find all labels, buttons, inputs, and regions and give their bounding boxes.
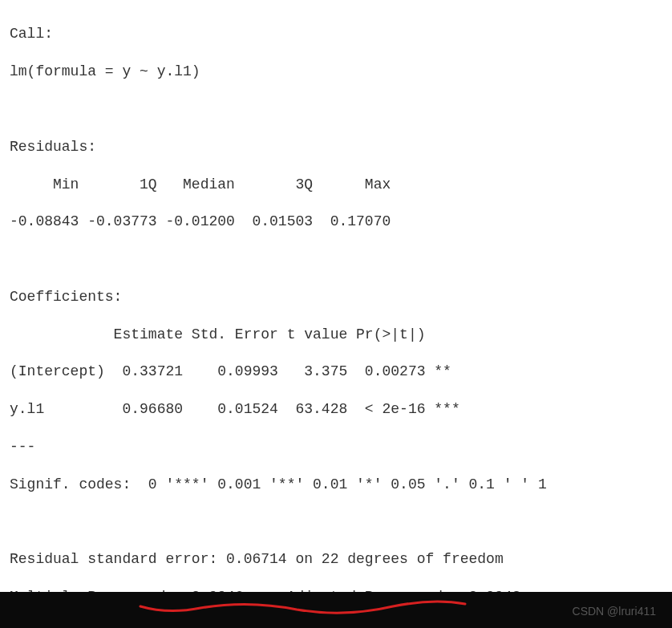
residuals-headers: Min 1Q Median 3Q Max — [10, 176, 662, 194]
blank-line — [10, 250, 662, 269]
residual-std-error: Residual standard error: 0.06714 on 22 d… — [10, 550, 662, 569]
call-formula: lm(formula = y ~ y.l1) — [10, 63, 662, 81]
coefficients-yl1-row: y.l1 0.96680 0.01524 63.428 < 2e-16 *** — [10, 400, 662, 419]
blank-line — [10, 100, 662, 119]
call-label: Call: — [10, 25, 662, 43]
coefficients-separator: --- — [10, 438, 662, 456]
coefficients-headers: Estimate Std. Error t value Pr(>|t|) — [10, 326, 662, 344]
residuals-label: Residuals: — [10, 138, 662, 156]
bottom-bar — [0, 592, 672, 628]
output-container: Call: lm(formula = y ~ y.l1) Residuals: … — [0, 0, 672, 592]
coefficients-label: Coefficients: — [10, 288, 662, 306]
watermark-text: CSDN @lruri411 — [573, 604, 656, 618]
signif-codes: Signif. codes: 0 '***' 0.001 '**' 0.01 '… — [10, 476, 662, 494]
coefficients-intercept-row: (Intercept) 0.33721 0.09993 3.375 0.0027… — [10, 363, 662, 381]
r-output-block: Call: lm(formula = y ~ y.l1) Residuals: … — [0, 0, 672, 628]
blank-line — [10, 513, 662, 532]
residuals-values: -0.08843 -0.03773 -0.01200 0.01503 0.170… — [10, 213, 662, 231]
